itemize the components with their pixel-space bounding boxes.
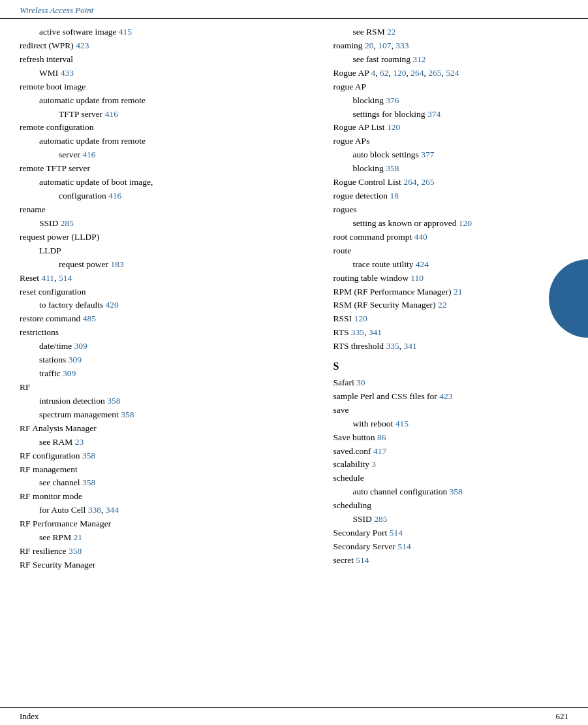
entry-text: see fast roaming bbox=[353, 54, 413, 64]
index-link[interactable]: 358 bbox=[450, 487, 463, 496]
entry-text: for Auto Cell bbox=[39, 505, 88, 515]
index-link[interactable]: 374 bbox=[427, 109, 441, 119]
index-link[interactable]: 264 bbox=[403, 177, 416, 187]
entry-text: restore command bbox=[20, 314, 83, 323]
index-link[interactable]: 377 bbox=[421, 150, 434, 159]
index-link[interactable]: 265 bbox=[421, 177, 434, 187]
index-link[interactable]: 514 bbox=[390, 528, 403, 538]
index-link[interactable]: 20 bbox=[365, 40, 374, 50]
index-link[interactable]: 433 bbox=[61, 68, 74, 78]
index-link[interactable]: 358 bbox=[386, 163, 399, 173]
index-link[interactable]: 265 bbox=[428, 68, 441, 78]
index-link[interactable]: 358 bbox=[107, 396, 120, 406]
index-link[interactable]: 341 bbox=[403, 341, 416, 351]
entry-text: remote TFTP server bbox=[20, 163, 90, 173]
index-link[interactable]: 341 bbox=[369, 327, 382, 337]
index-link[interactable]: 338 bbox=[88, 505, 101, 515]
index-link[interactable]: 411 bbox=[41, 273, 54, 283]
entry-text: Safari bbox=[333, 378, 357, 387]
index-link[interactable]: 120 bbox=[354, 314, 367, 323]
entry-text: roaming bbox=[333, 40, 365, 50]
index-link[interactable]: 335 bbox=[386, 341, 399, 351]
index-link[interactable]: 264 bbox=[410, 68, 424, 78]
list-item: rename bbox=[20, 203, 275, 217]
index-link[interactable]: 524 bbox=[446, 68, 459, 78]
index-link[interactable]: 358 bbox=[82, 477, 95, 487]
index-link[interactable]: 514 bbox=[59, 273, 72, 283]
index-link[interactable]: 21 bbox=[454, 287, 463, 297]
entry-text: see RPM bbox=[39, 532, 74, 542]
list-item: intrusion detection 358 bbox=[20, 395, 275, 408]
index-link[interactable]: 285 bbox=[61, 218, 74, 228]
index-link[interactable]: 415 bbox=[119, 27, 132, 37]
index-link[interactable]: 440 bbox=[414, 232, 427, 242]
index-link[interactable]: 514 bbox=[356, 555, 369, 565]
index-link[interactable]: 358 bbox=[121, 410, 134, 419]
index-link[interactable]: 344 bbox=[106, 505, 119, 515]
index-link[interactable]: 485 bbox=[83, 314, 96, 323]
index-link[interactable]: 358 bbox=[69, 546, 82, 556]
list-item: request power 183 bbox=[20, 258, 275, 272]
index-link[interactable]: 309 bbox=[63, 368, 76, 378]
entry-text: automatic update from remote bbox=[39, 95, 146, 105]
index-link[interactable]: 417 bbox=[373, 446, 386, 456]
list-item: configuration 416 bbox=[20, 189, 275, 203]
entry-text: schedule bbox=[333, 473, 364, 483]
index-link[interactable]: 312 bbox=[412, 54, 426, 64]
list-item: RF Analysis Manager bbox=[20, 422, 275, 436]
list-item: rogue AP bbox=[333, 80, 549, 94]
entry-text: request power bbox=[59, 259, 110, 269]
entry-text: save bbox=[333, 405, 349, 415]
index-link[interactable]: 3 bbox=[371, 459, 376, 469]
list-item: RF resilience 358 bbox=[20, 545, 275, 558]
index-link[interactable]: 22 bbox=[438, 300, 447, 310]
entry-text: auto channel configuration bbox=[353, 487, 450, 496]
index-link[interactable]: 423 bbox=[439, 391, 452, 401]
index-link[interactable]: 416 bbox=[108, 191, 121, 201]
index-link[interactable]: 183 bbox=[110, 259, 123, 269]
index-link[interactable]: 285 bbox=[374, 514, 387, 524]
entry-text: RF resilience bbox=[20, 546, 69, 556]
index-link[interactable]: 22 bbox=[387, 27, 396, 37]
index-link[interactable]: 415 bbox=[395, 419, 409, 428]
index-link[interactable]: 423 bbox=[76, 40, 89, 50]
list-item: refresh interval bbox=[20, 53, 275, 67]
index-link[interactable]: 358 bbox=[82, 451, 95, 460]
entry-text: RF monitor mode bbox=[20, 491, 82, 501]
index-link[interactable]: 120 bbox=[387, 122, 400, 132]
entry-text: RF management bbox=[20, 464, 78, 474]
index-link[interactable]: 424 bbox=[416, 259, 429, 269]
index-link[interactable]: 62 bbox=[380, 68, 389, 78]
index-link[interactable]: 309 bbox=[74, 341, 87, 351]
list-item: auto block settings 377 bbox=[333, 148, 549, 162]
list-item: date/time 309 bbox=[20, 340, 275, 353]
index-link[interactable]: 120 bbox=[393, 68, 406, 78]
list-item: automatic update from remote bbox=[20, 94, 275, 108]
index-link[interactable]: 333 bbox=[395, 40, 409, 50]
index-link[interactable]: 30 bbox=[356, 378, 365, 387]
list-item: Rogue AP 4, 62, 120, 264, 265, 524 bbox=[333, 67, 549, 80]
list-item: RF bbox=[20, 381, 275, 395]
list-item: setting as known or approved 120 bbox=[333, 217, 549, 231]
index-link[interactable]: 335 bbox=[351, 327, 364, 337]
index-link[interactable]: 86 bbox=[377, 432, 386, 442]
index-link[interactable]: 23 bbox=[75, 437, 84, 447]
entry-text: RPM (RF Performance Manager) bbox=[333, 287, 454, 297]
list-item: automatic update from remote bbox=[20, 135, 275, 148]
entry-text: route bbox=[333, 246, 352, 255]
index-link[interactable]: 420 bbox=[106, 300, 119, 310]
entry-text: SSID bbox=[39, 218, 61, 228]
entry-text: remote boot image bbox=[20, 82, 85, 91]
index-link[interactable]: 309 bbox=[69, 355, 82, 364]
index-link[interactable]: 120 bbox=[459, 218, 472, 228]
index-link[interactable]: 416 bbox=[105, 109, 118, 119]
index-link[interactable]: 21 bbox=[74, 532, 83, 542]
index-link[interactable]: 376 bbox=[386, 95, 399, 105]
index-link[interactable]: 107 bbox=[378, 40, 391, 50]
index-link[interactable]: 416 bbox=[82, 150, 95, 159]
list-item: secret 514 bbox=[333, 554, 549, 568]
index-link[interactable]: 110 bbox=[410, 273, 424, 283]
list-item: TFTP server 416 bbox=[20, 108, 275, 121]
index-link[interactable]: 514 bbox=[397, 541, 410, 551]
index-link[interactable]: 18 bbox=[390, 191, 399, 201]
